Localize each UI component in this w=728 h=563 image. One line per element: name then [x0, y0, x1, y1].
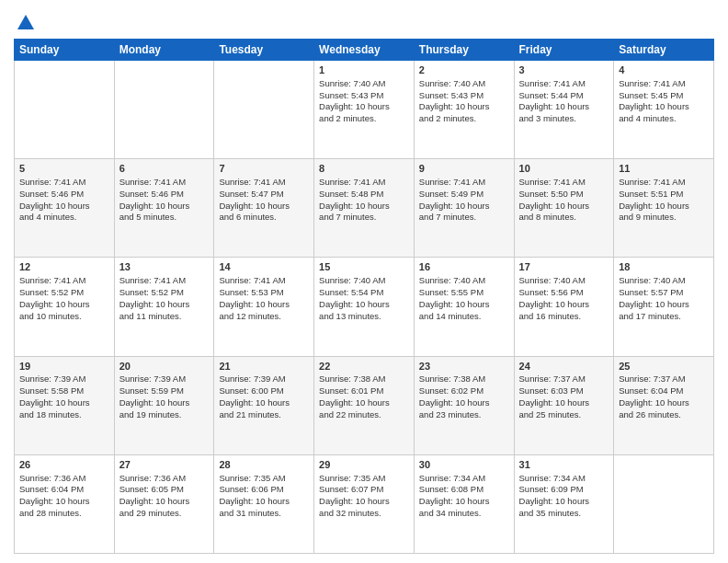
day-info-line: Daylight: 10 hours — [319, 201, 409, 213]
day-info-line: Sunrise: 7:34 AM — [419, 473, 509, 485]
day-info-line: Sunrise: 7:41 AM — [619, 78, 709, 90]
day-number: 7 — [219, 162, 309, 176]
day-info-line: Daylight: 10 hours — [419, 397, 509, 409]
day-number: 17 — [519, 260, 609, 274]
day-info-line: Sunrise: 7:35 AM — [219, 473, 309, 485]
col-tuesday: Tuesday — [214, 40, 314, 61]
table-row: 14Sunrise: 7:41 AMSunset: 5:53 PMDayligh… — [214, 258, 314, 356]
day-info-line: Sunset: 5:55 PM — [419, 287, 509, 299]
table-row: 2Sunrise: 7:40 AMSunset: 5:43 PMDaylight… — [414, 61, 514, 159]
day-info-line: Sunset: 5:47 PM — [219, 189, 309, 201]
day-number: 23 — [419, 360, 509, 373]
table-row: 12Sunrise: 7:41 AMSunset: 5:52 PMDayligh… — [15, 258, 115, 356]
table-row: 7Sunrise: 7:41 AMSunset: 5:47 PMDaylight… — [214, 159, 314, 258]
table-row: 18Sunrise: 7:40 AMSunset: 5:57 PMDayligh… — [614, 258, 714, 356]
day-info-line: Daylight: 10 hours — [619, 101, 709, 113]
day-info-line: Sunset: 5:44 PM — [519, 90, 609, 102]
day-number: 27 — [119, 458, 210, 472]
day-info-line: Sunset: 5:43 PM — [419, 90, 509, 102]
day-info-line: Sunset: 5:52 PM — [119, 287, 210, 299]
day-number: 13 — [119, 260, 210, 274]
day-info-line: Sunset: 6:09 PM — [519, 484, 609, 496]
day-number: 28 — [219, 458, 309, 472]
day-info-line: Sunset: 5:56 PM — [519, 287, 609, 299]
day-info-line: Sunset: 6:04 PM — [19, 484, 109, 496]
day-info-line: and 13 minutes. — [319, 311, 409, 323]
day-info-line: Sunset: 6:04 PM — [619, 385, 709, 397]
day-info-line: Daylight: 10 hours — [319, 397, 409, 409]
day-number: 2 — [419, 63, 509, 77]
table-row: 20Sunrise: 7:39 AMSunset: 5:59 PMDayligh… — [114, 356, 214, 454]
day-info-line: and 7 minutes. — [319, 212, 409, 224]
day-info-line: and 16 minutes. — [519, 311, 609, 323]
table-row: 23Sunrise: 7:38 AMSunset: 6:02 PMDayligh… — [414, 356, 514, 454]
day-info-line: and 17 minutes. — [619, 311, 709, 323]
day-number: 24 — [519, 360, 609, 373]
day-info-line: Sunset: 6:08 PM — [419, 484, 509, 496]
day-info-line: and 8 minutes. — [519, 212, 609, 224]
day-info-line: Daylight: 10 hours — [319, 496, 409, 508]
day-info-line: and 35 minutes. — [519, 508, 609, 520]
day-info-line: Daylight: 10 hours — [119, 201, 210, 213]
day-info-line: Sunrise: 7:41 AM — [419, 177, 509, 189]
day-number: 15 — [319, 260, 409, 274]
day-info-line: and 5 minutes. — [119, 212, 210, 224]
table-row: 15Sunrise: 7:40 AMSunset: 5:54 PMDayligh… — [314, 258, 415, 356]
day-info-line: Sunrise: 7:36 AM — [119, 473, 210, 485]
day-info-line: Sunrise: 7:38 AM — [319, 373, 409, 385]
day-info-line: and 4 minutes. — [619, 113, 709, 125]
page: Sunday Monday Tuesday Wednesday Thursday… — [0, 0, 728, 563]
day-info-line: and 19 minutes. — [119, 409, 210, 421]
day-info-line: Sunset: 6:07 PM — [319, 484, 409, 496]
calendar-row-1: 1Sunrise: 7:40 AMSunset: 5:43 PMDaylight… — [15, 61, 714, 159]
table-row: 26Sunrise: 7:36 AMSunset: 6:04 PMDayligh… — [15, 454, 115, 553]
day-info-line: Daylight: 10 hours — [219, 496, 309, 508]
day-info-line: and 25 minutes. — [519, 409, 609, 421]
day-info-line: Daylight: 10 hours — [519, 101, 609, 113]
calendar-header-row: Sunday Monday Tuesday Wednesday Thursday… — [15, 40, 714, 61]
day-number: 4 — [619, 63, 709, 77]
day-info-line: and 31 minutes. — [219, 508, 309, 520]
logo-icon — [16, 13, 36, 33]
day-info-line: Daylight: 10 hours — [119, 496, 210, 508]
day-info-line: Sunset: 5:54 PM — [319, 287, 409, 299]
day-info-line: Sunrise: 7:40 AM — [419, 275, 509, 287]
table-row: 16Sunrise: 7:40 AMSunset: 5:55 PMDayligh… — [414, 258, 514, 356]
table-row: 28Sunrise: 7:35 AMSunset: 6:06 PMDayligh… — [214, 454, 314, 553]
day-info-line: Sunrise: 7:39 AM — [119, 373, 210, 385]
header — [14, 9, 714, 33]
calendar-table: Sunday Monday Tuesday Wednesday Thursday… — [14, 39, 714, 554]
table-row: 1Sunrise: 7:40 AMSunset: 5:43 PMDaylight… — [314, 61, 415, 159]
table-row: 31Sunrise: 7:34 AMSunset: 6:09 PMDayligh… — [514, 454, 614, 553]
table-row: 3Sunrise: 7:41 AMSunset: 5:44 PMDaylight… — [514, 61, 614, 159]
col-saturday: Saturday — [614, 40, 714, 61]
day-info-line: Sunset: 5:59 PM — [119, 385, 210, 397]
table-row: 13Sunrise: 7:41 AMSunset: 5:52 PMDayligh… — [114, 258, 214, 356]
day-info-line: Sunset: 6:05 PM — [119, 484, 210, 496]
day-info-line: Sunset: 5:52 PM — [19, 287, 109, 299]
day-info-line: Daylight: 10 hours — [119, 299, 210, 311]
table-row — [114, 61, 214, 159]
day-info-line: Sunrise: 7:41 AM — [119, 177, 210, 189]
day-info-line: Sunset: 6:06 PM — [219, 484, 309, 496]
day-info-line: Sunrise: 7:41 AM — [319, 177, 409, 189]
day-info-line: Daylight: 10 hours — [19, 299, 109, 311]
day-info-line: Sunrise: 7:41 AM — [519, 78, 609, 90]
table-row — [214, 61, 314, 159]
day-number: 20 — [119, 360, 210, 373]
day-info-line: Sunrise: 7:41 AM — [219, 177, 309, 189]
day-info-line: and 28 minutes. — [19, 508, 109, 520]
day-info-line: Sunrise: 7:41 AM — [619, 177, 709, 189]
col-wednesday: Wednesday — [314, 40, 415, 61]
day-info-line: Sunrise: 7:41 AM — [19, 177, 109, 189]
day-number: 16 — [419, 260, 509, 274]
day-info-line: Sunset: 6:02 PM — [419, 385, 509, 397]
day-info-line: Sunrise: 7:39 AM — [219, 373, 309, 385]
table-row: 29Sunrise: 7:35 AMSunset: 6:07 PMDayligh… — [314, 454, 415, 553]
day-info-line: and 22 minutes. — [319, 409, 409, 421]
day-info-line: Daylight: 10 hours — [19, 201, 109, 213]
table-row: 25Sunrise: 7:37 AMSunset: 6:04 PMDayligh… — [614, 356, 714, 454]
day-info-line: Sunrise: 7:37 AM — [619, 373, 709, 385]
day-info-line: and 2 minutes. — [419, 113, 509, 125]
day-info-line: Daylight: 10 hours — [619, 201, 709, 213]
